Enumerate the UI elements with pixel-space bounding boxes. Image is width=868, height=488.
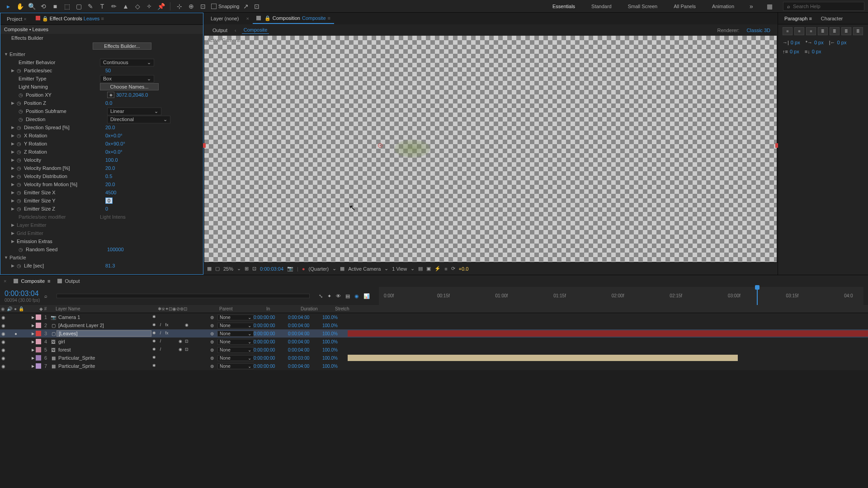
y-rotation-value[interactable]: 0x+90.0° xyxy=(105,141,125,146)
region-tool-icon[interactable]: ⬚ xyxy=(62,2,71,11)
parent-dropdown[interactable]: None⌄ xyxy=(217,323,254,328)
stopwatch-icon[interactable] xyxy=(17,125,22,130)
in-time[interactable]: 0:00:00:00 xyxy=(254,347,288,352)
project-tab[interactable]: Project × xyxy=(4,14,29,23)
twirl-icon[interactable]: ▶ xyxy=(11,198,17,203)
hide-shy-icon[interactable]: 👁 xyxy=(336,293,341,299)
axis-local-icon[interactable]: ⊹ xyxy=(175,2,184,11)
parent-pickwhip-icon[interactable]: ⊚ xyxy=(210,331,217,336)
shy-switch[interactable]: ✱ xyxy=(151,347,157,352)
axis-world-icon[interactable]: ⊕ xyxy=(187,2,196,11)
stopwatch-icon[interactable] xyxy=(17,263,22,268)
visibility-toggle[interactable]: ◉ xyxy=(0,356,6,361)
twirl-icon[interactable]: ▶ xyxy=(11,158,17,162)
stopwatch-icon[interactable] xyxy=(17,165,22,171)
life-value[interactable]: 81.3 xyxy=(105,263,115,268)
velocity-random-value[interactable]: 20.0 xyxy=(105,165,115,171)
chevron-down-icon[interactable]: ⌄ xyxy=(410,266,415,272)
visibility-toggle[interactable]: ◉ xyxy=(0,331,6,336)
motion-blur-icon[interactable]: ◉ xyxy=(354,293,359,299)
layer-color-swatch[interactable] xyxy=(36,339,41,344)
parent-dropdown[interactable]: None⌄ xyxy=(217,347,254,353)
in-time[interactable]: 0:00:00:00 xyxy=(254,339,288,344)
parent-pickwhip-icon[interactable]: ⊚ xyxy=(210,356,217,361)
channel-icon[interactable]: ● xyxy=(302,266,305,272)
layer-bar-track[interactable] xyxy=(348,338,868,346)
comp-flowchart-icon[interactable]: ⤡ xyxy=(319,293,323,299)
chevron-down-icon[interactable]: ⌄ xyxy=(332,266,336,272)
snap-icon1[interactable]: ↗ xyxy=(241,2,250,11)
justify-left-icon[interactable]: ≣ xyxy=(818,27,828,35)
layer-color-swatch[interactable] xyxy=(36,347,41,352)
layer-row[interactable]: ◉ ▶ 2 ▢ [Adjustment Layer 2] ✱/fx◉ ⊚ Non… xyxy=(0,321,868,329)
stopwatch-icon[interactable] xyxy=(17,190,22,195)
clone-tool-icon[interactable]: ▲ xyxy=(121,2,130,11)
emitter-size-x-value[interactable]: 4500 xyxy=(105,190,116,195)
layer-twirl-icon[interactable]: ▶ xyxy=(30,324,36,328)
search-help[interactable]: ⌕ Search Help xyxy=(783,2,864,11)
ws-essentials[interactable]: Essentials xyxy=(549,2,579,11)
layer-row[interactable]: ◉ ▶ 5 🖼 forest ✱/◉⊡ ⊚ None⌄ 0:00:00:00 0… xyxy=(0,346,868,354)
timecode[interactable]: 0:00:03:04 xyxy=(5,290,40,298)
roto-tool-icon[interactable]: ✧ xyxy=(145,2,154,11)
paragraph-tab[interactable]: Paragraph ≡ xyxy=(782,14,815,23)
twirl-icon[interactable]: ▶ xyxy=(11,125,17,130)
parent-pickwhip-icon[interactable]: ⊚ xyxy=(210,323,217,328)
stretch-value[interactable]: 100.0% xyxy=(322,356,348,361)
twirl-icon[interactable]: ▶ xyxy=(11,263,17,268)
type-tool-icon[interactable]: T xyxy=(98,2,107,11)
stopwatch-icon[interactable] xyxy=(19,117,24,122)
solo-toggle[interactable] xyxy=(13,356,19,361)
lock-toggle[interactable] xyxy=(19,356,25,361)
parent-pickwhip-icon[interactable]: ⊚ xyxy=(210,347,217,352)
hand-tool-icon[interactable]: ✋ xyxy=(15,2,24,11)
duration-time[interactable]: 0:00:04:00 xyxy=(288,347,322,352)
justify-center-icon[interactable]: ≣ xyxy=(830,27,840,35)
workspace-more-icon[interactable]: » xyxy=(747,2,756,11)
layer-twirl-icon[interactable]: ▶ xyxy=(30,356,36,360)
visibility-toggle[interactable]: ◉ xyxy=(0,323,6,328)
stopwatch-icon[interactable] xyxy=(19,92,24,98)
character-tab[interactable]: Character xyxy=(818,14,845,23)
layer-name[interactable]: [Adjustment Layer 2] xyxy=(57,323,151,328)
label-column-icon[interactable]: ◆ xyxy=(39,306,43,311)
stretch-value[interactable]: 100.0% xyxy=(322,323,348,328)
in-time[interactable]: 0:00:00:00 xyxy=(254,315,288,320)
grid-toggle-icon[interactable]: ▦ xyxy=(207,266,212,272)
velocity-from-motion-value[interactable]: 20.0 xyxy=(105,182,115,187)
stretch-value[interactable]: 100.0% xyxy=(322,331,348,336)
audio-toggle[interactable] xyxy=(6,331,13,336)
position-subframe-dropdown[interactable]: Linear⌄ xyxy=(107,108,161,115)
z-rotation-value[interactable]: 0x+0.0° xyxy=(105,149,123,155)
frame-blend-icon[interactable]: ▤ xyxy=(345,293,350,299)
stopwatch-icon[interactable] xyxy=(17,149,22,155)
velocity-value[interactable]: 100.0 xyxy=(105,157,118,163)
twirl-icon[interactable]: ▼ xyxy=(4,255,9,260)
shape-tool-icon[interactable]: ▢ xyxy=(74,2,83,11)
ws-animation[interactable]: Animation xyxy=(708,2,738,11)
layer-bar-track[interactable] xyxy=(348,354,868,362)
axis-view-icon[interactable]: ⊡ xyxy=(198,2,208,11)
twirl-icon[interactable]: ▶ xyxy=(11,166,17,170)
twirl-icon[interactable]: ▶ xyxy=(11,141,17,146)
timeline-composite-tab[interactable]: Composite ≡ xyxy=(14,278,50,284)
orbit-tool-icon[interactable]: ⟲ xyxy=(39,2,48,11)
stretch-value[interactable]: 100.0% xyxy=(322,364,348,369)
parent-pickwhip-icon[interactable]: ⊚ xyxy=(210,315,217,320)
close-icon[interactable]: × xyxy=(4,278,6,284)
composite-subtab[interactable]: Composite xyxy=(242,26,269,34)
snap-icon2[interactable]: ⊡ xyxy=(252,2,261,11)
ws-small-screen[interactable]: Small Screen xyxy=(624,2,661,11)
shy-switch[interactable]: ✱ xyxy=(151,331,157,336)
shy-switch[interactable]: ✱ xyxy=(151,339,157,344)
twirl-icon[interactable]: ▶ xyxy=(11,174,17,178)
indent-first-value[interactable]: 0 px xyxy=(814,40,824,45)
twirl-icon[interactable]: ▶ xyxy=(11,239,17,244)
playhead[interactable] xyxy=(757,287,758,305)
layer-name[interactable]: Camera 1 xyxy=(57,314,151,320)
resolution-icon[interactable]: ⊞ xyxy=(245,266,249,272)
justify-all-icon[interactable]: ≣ xyxy=(853,27,863,35)
camera-tool-icon[interactable]: ■ xyxy=(51,2,60,11)
layer-row[interactable]: ◉ ▶ 4 🖼 girl ✱/◉⊡ ⊚ None⌄ 0:00:00:00 0:0… xyxy=(0,338,868,346)
layer-row[interactable]: ◉ ▶ 1 📷 Camera 1 ✱ ⊚ None⌄ 0:00:00:00 0:… xyxy=(0,313,868,321)
